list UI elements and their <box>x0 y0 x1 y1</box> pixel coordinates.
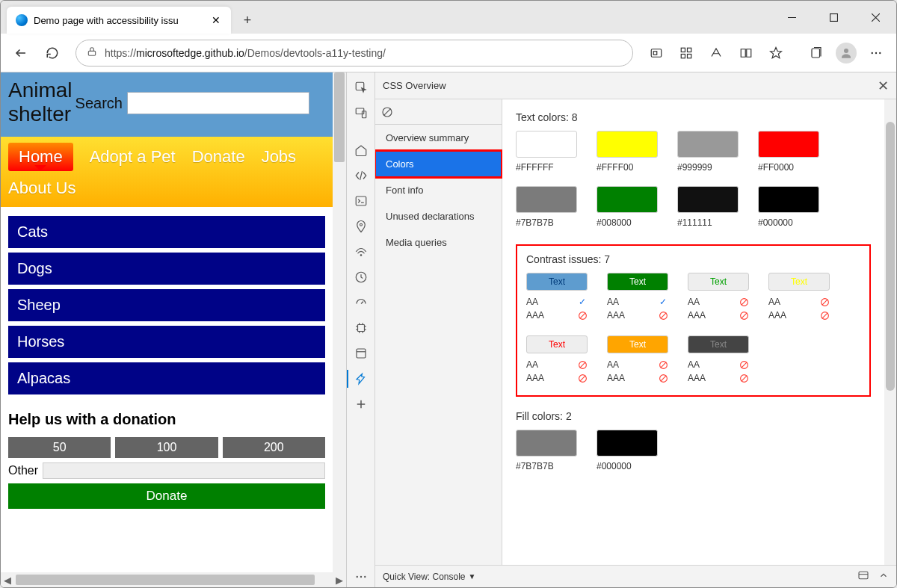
donation-amount[interactable]: 50 <box>8 437 111 458</box>
svg-point-17 <box>875 52 877 53</box>
sidebar-item-media[interactable]: Media queries <box>375 229 502 256</box>
sources-icon[interactable] <box>351 216 372 237</box>
contrast-item[interactable]: TextAAAAA <box>688 335 749 385</box>
inspect-icon[interactable] <box>351 77 372 98</box>
devtools-scrollbar[interactable] <box>884 99 896 565</box>
svg-rect-38 <box>357 349 366 358</box>
application-icon[interactable] <box>351 343 372 364</box>
chevron-down-icon[interactable]: ▼ <box>469 572 476 581</box>
svg-rect-5 <box>88 51 95 55</box>
color-swatch[interactable]: #000000 <box>758 186 819 228</box>
close-window-button[interactable] <box>854 1 896 34</box>
performance-icon[interactable] <box>351 292 372 313</box>
memory-icon[interactable] <box>351 318 372 338</box>
contrast-item[interactable]: TextAA✓AAA <box>526 273 588 322</box>
color-swatch[interactable]: #008000 <box>597 186 658 228</box>
swatch-box <box>516 430 577 457</box>
new-tab-button[interactable]: + <box>235 7 259 34</box>
css-overview-content: Text colors: 8 #FFFFFF#FFFF00#999999#FF0… <box>502 99 884 565</box>
browser-tab[interactable]: Demo page with accessibility issu ✕ <box>7 7 231 34</box>
more-tools-icon[interactable] <box>351 566 372 587</box>
favorites-icon[interactable] <box>762 39 790 67</box>
minimize-button[interactable] <box>771 1 813 34</box>
swatch-box <box>758 131 819 158</box>
maximize-button[interactable] <box>813 1 854 34</box>
nav-about[interactable]: About Us <box>8 179 76 198</box>
add-panel-icon[interactable] <box>351 394 372 415</box>
nav-donate[interactable]: Donate <box>192 147 245 167</box>
contrast-item[interactable]: TextAAAAA <box>688 273 749 322</box>
address-bar[interactable]: https://microsoftedge.github.io/Demos/de… <box>75 40 633 66</box>
swatch-label: #FFFFFF <box>516 162 554 173</box>
swatch-label: #000000 <box>597 461 632 471</box>
devtools-tabbar: CSS Overview ✕ <box>375 72 896 99</box>
sidebar-item-colors[interactable]: Colors <box>375 151 502 177</box>
svg-point-16 <box>872 52 873 53</box>
network-icon[interactable] <box>351 241 372 262</box>
donation-amount[interactable]: 200 <box>223 437 325 458</box>
chevron-up-icon[interactable] <box>878 570 889 583</box>
color-swatch[interactable]: #FF0000 <box>758 131 819 173</box>
close-tab-icon[interactable]: ✕ <box>210 14 222 26</box>
clear-overview-icon[interactable] <box>375 99 502 125</box>
console-icon[interactable] <box>351 191 372 211</box>
list-item[interactable]: Sheep <box>8 289 325 321</box>
lighthouse-icon[interactable] <box>351 267 372 288</box>
nav-adopt[interactable]: Adopt a Pet <box>90 147 176 167</box>
drawer-toggle-icon[interactable] <box>857 569 869 584</box>
collections-icon[interactable] <box>802 39 830 67</box>
list-item[interactable]: Alpacas <box>8 362 325 394</box>
sidebar-item-overview[interactable]: Overview summary <box>375 125 502 151</box>
page-vertical-scrollbar[interactable] <box>333 72 346 572</box>
elements-icon[interactable] <box>351 165 372 186</box>
swatch-label: #FF0000 <box>758 162 794 173</box>
color-swatch[interactable]: #7B7B7B <box>516 186 577 228</box>
color-swatch[interactable]: #000000 <box>597 430 658 471</box>
nav-home[interactable]: Home <box>8 143 73 171</box>
browser-toolbar: https://microsoftedge.github.io/Demos/de… <box>1 34 896 72</box>
reading-icon[interactable] <box>732 39 760 67</box>
list-item[interactable]: Dogs <box>8 253 325 285</box>
device-icon[interactable] <box>351 102 372 123</box>
search-input[interactable] <box>127 92 309 114</box>
fail-icon <box>739 297 749 307</box>
page-horizontal-scrollbar[interactable]: ◀▶ <box>1 572 346 587</box>
swatch-box <box>677 131 739 158</box>
sidebar-item-fontinfo[interactable]: Font info <box>375 177 502 203</box>
donate-button[interactable]: Donate <box>8 483 325 509</box>
back-button[interactable] <box>7 39 35 67</box>
donation-amount[interactable]: 100 <box>115 437 218 458</box>
console-tab[interactable]: Console <box>432 572 465 582</box>
color-swatch[interactable]: #FFFF00 <box>597 131 658 173</box>
sidebar-item-unused[interactable]: Unused declarations <box>375 203 502 229</box>
contrast-item[interactable]: TextAAAAA <box>526 335 588 385</box>
list-item[interactable]: Horses <box>8 326 325 358</box>
color-swatch[interactable]: #FFFFFF <box>516 131 577 173</box>
nav-jobs[interactable]: Jobs <box>262 147 296 167</box>
close-icon[interactable]: ✕ <box>878 78 889 94</box>
svg-line-28 <box>361 302 363 304</box>
welcome-icon[interactable] <box>351 140 372 161</box>
devtools-drawer: Quick View: Console ▼ <box>375 565 896 587</box>
contrast-chip: Text <box>688 273 749 291</box>
apps-icon[interactable] <box>672 39 700 67</box>
screenshot-icon[interactable] <box>642 39 671 67</box>
color-swatch[interactable]: #7B7B7B <box>516 430 577 471</box>
contrast-item[interactable]: TextAAAAA <box>607 335 668 385</box>
fail-icon <box>739 359 749 370</box>
more-icon[interactable] <box>862 39 890 67</box>
contrast-item[interactable]: TextAAAAA <box>768 273 830 322</box>
svg-point-42 <box>356 576 357 578</box>
other-input[interactable] <box>43 462 325 479</box>
profile-button[interactable] <box>832 39 860 67</box>
svg-line-66 <box>660 375 666 381</box>
color-swatch[interactable]: #111111 <box>677 186 739 228</box>
color-swatch[interactable]: #999999 <box>677 131 739 173</box>
list-item[interactable]: Cats <box>8 216 325 248</box>
swatch-label: #000000 <box>758 217 793 228</box>
refresh-button[interactable] <box>38 39 67 67</box>
css-overview-icon[interactable] <box>351 368 372 389</box>
swatch-label: #7B7B7B <box>516 461 554 471</box>
read-aloud-icon[interactable] <box>702 39 730 67</box>
contrast-item[interactable]: TextAA✓AAA <box>607 273 668 322</box>
